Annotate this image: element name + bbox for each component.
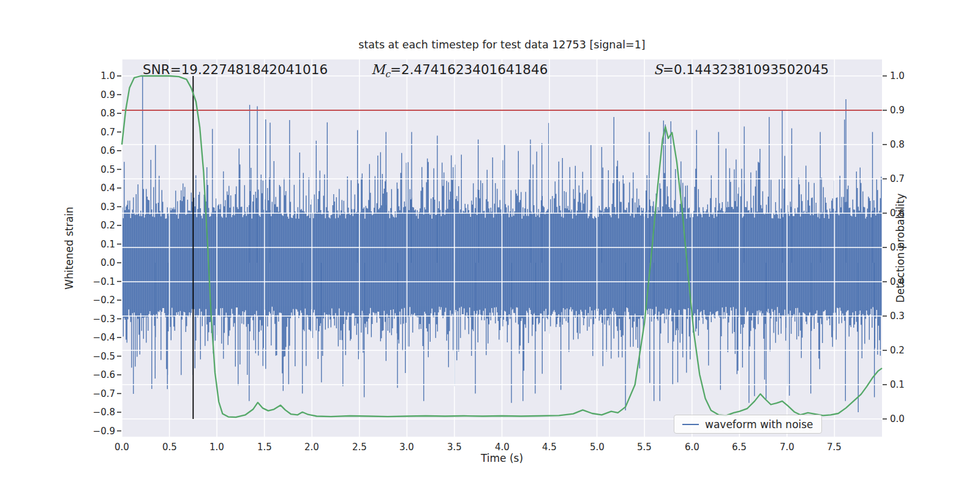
y-right-tick-label: 1.0 — [890, 70, 925, 82]
x-tick-label: 6.5 — [721, 441, 758, 453]
y-left-tick-label: −0.1 — [80, 276, 115, 288]
y-left-tick-label: 0.4 — [80, 182, 115, 194]
y-left-tick-label: 0.1 — [80, 238, 115, 251]
x-tick-label: 1.5 — [246, 441, 283, 453]
mc-subscript: c — [385, 69, 390, 80]
x-tick-label: 3.5 — [436, 441, 473, 453]
mc-symbol: M — [371, 62, 385, 77]
y-right-tick-label: 0.5 — [890, 241, 925, 254]
x-tick-label: 0.5 — [151, 441, 188, 453]
annotation-s-stat: S=0.14432381093502045 — [654, 62, 829, 77]
x-tick-label: 7.5 — [816, 441, 853, 453]
annotation-snr: SNR=19.227481842041016 — [143, 62, 328, 77]
y-left-tick-label: 0.2 — [80, 219, 115, 232]
x-tick-label: 4.5 — [531, 441, 568, 453]
y-right-tick-label: 0.4 — [890, 276, 925, 288]
y-left-tick-label: 0.8 — [80, 107, 115, 119]
y-right-tick-label: 0.9 — [890, 104, 925, 116]
y-left-tick-label: −0.9 — [80, 425, 115, 437]
s-symbol: S — [654, 62, 663, 77]
legend: waveform with noise — [674, 415, 822, 434]
mc-value: =2.4741623401641846 — [390, 62, 548, 77]
y-left-tick-label: 0.6 — [80, 145, 115, 157]
y-left-tick-label: 0.7 — [80, 126, 115, 138]
x-tick-label: 5.5 — [626, 441, 663, 453]
y-left-tick-label: −0.8 — [80, 406, 115, 418]
y-right-tick-label: 0.6 — [890, 207, 925, 219]
y-left-tick-label: 0.3 — [80, 201, 115, 213]
x-tick-label: 0.0 — [104, 441, 140, 453]
y-left-tick-label: −0.3 — [80, 313, 115, 325]
y-left-tick-label: −0.7 — [80, 388, 115, 400]
y-right-tick-label: 0.0 — [890, 413, 925, 425]
x-tick-label: 7.0 — [769, 441, 805, 453]
x-tick-label: 6.0 — [674, 441, 710, 453]
s-value: =0.14432381093502045 — [663, 62, 829, 77]
y-right-tick-label: 0.8 — [890, 138, 925, 151]
y-left-tick-label: −0.4 — [80, 331, 115, 344]
x-tick-label: 2.0 — [293, 441, 330, 453]
y-right-tick-label: 0.2 — [890, 344, 925, 356]
x-tick-label: 2.5 — [341, 441, 378, 453]
legend-label: waveform with noise — [705, 418, 813, 431]
y-left-tick-label: −0.5 — [80, 350, 115, 363]
y-right-tick-label: 0.3 — [890, 310, 925, 322]
y-left-tick-label: −0.2 — [80, 294, 115, 306]
x-tick-label: 5.0 — [579, 441, 616, 453]
legend-line-sample — [682, 424, 699, 425]
y-left-axis-label: Whitened strain — [63, 206, 75, 289]
x-tick-label: 3.0 — [388, 441, 425, 453]
y-left-tick-label: −0.6 — [80, 369, 115, 381]
x-axis-label: Time (s) — [122, 452, 882, 464]
y-left-tick-label: 0.5 — [80, 164, 115, 176]
y-left-tick-label: 0.9 — [80, 89, 115, 101]
chart-figure: stats at each timestep for test data 127… — [0, 0, 980, 490]
chart-title: stats at each timestep for test data 127… — [122, 39, 882, 51]
y-right-tick-label: 0.7 — [890, 173, 925, 185]
y-right-tick-label: 0.1 — [890, 379, 925, 391]
x-tick-label: 1.0 — [198, 441, 235, 453]
annotation-chirp-mass: Mc=2.4741623401641846 — [371, 62, 548, 80]
snr-value: SNR=19.227481842041016 — [143, 62, 328, 77]
y-left-tick-label: 0.0 — [80, 257, 115, 269]
x-tick-label: 4.0 — [484, 441, 521, 453]
y-left-tick-label: 1.0 — [80, 70, 115, 82]
